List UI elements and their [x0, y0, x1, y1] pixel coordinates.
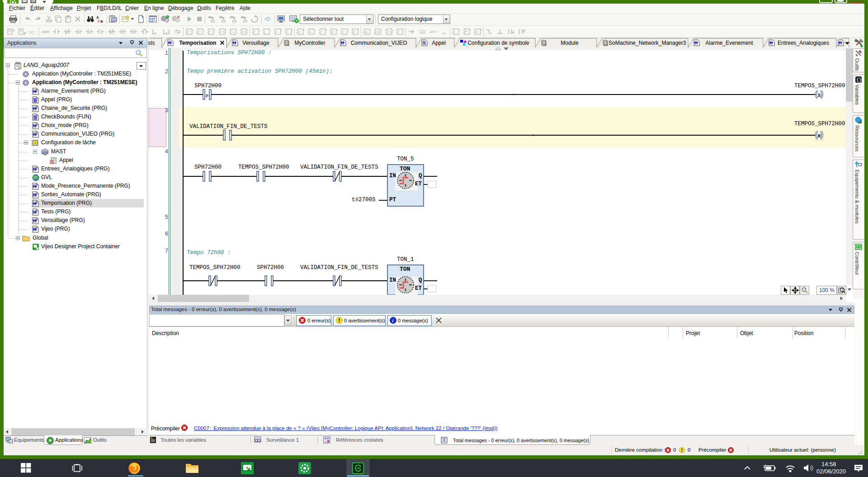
- svg-text:×: ×: [276, 30, 278, 34]
- svg-text:-: -: [265, 30, 266, 34]
- svg-text:R: R: [818, 133, 821, 139]
- svg-text:r: r: [89, 30, 90, 33]
- svg-text:i: i: [392, 318, 394, 323]
- svg-text:+: +: [254, 30, 256, 34]
- svg-text:(x): (x): [29, 30, 34, 34]
- svg-text:/: /: [287, 30, 288, 34]
- svg-text:N: N: [132, 30, 135, 33]
- svg-text:P: P: [206, 94, 208, 99]
- svg-text:<: <: [299, 30, 301, 34]
- svg-text:¬: ¬: [398, 30, 401, 34]
- svg-text:=: =: [321, 30, 323, 34]
- svg-text:◂RET: ◂RET: [429, 30, 438, 33]
- svg-text:{}: {}: [856, 78, 862, 83]
- svg-text:+1: +1: [221, 30, 225, 34]
- svg-text:±1: ±1: [242, 30, 246, 34]
- svg-text:&: &: [365, 30, 368, 34]
- svg-text:S: S: [818, 93, 821, 98]
- svg-text:≥1: ≥1: [376, 30, 380, 34]
- svg-text:-1: -1: [231, 30, 235, 34]
- svg-text:P: P: [122, 30, 124, 33]
- svg-text:⏱: ⏱: [188, 30, 190, 34]
- svg-text:=1: =1: [387, 30, 392, 34]
- svg-text:≠: ≠: [354, 30, 355, 34]
- svg-text:S: S: [476, 30, 478, 34]
- svg-text:⏲: ⏲: [209, 30, 212, 34]
- svg-text:P: P: [465, 30, 467, 34]
- svg-text:*: *: [444, 28, 446, 32]
- svg-text:/: /: [454, 30, 456, 34]
- svg-text:s: s: [78, 30, 80, 33]
- svg-text:≥: ≥: [332, 30, 334, 34]
- svg-text:>: >: [343, 30, 345, 34]
- svg-text:A: A: [96, 15, 99, 19]
- svg-text:≤: ≤: [310, 30, 311, 34]
- svg-text:⏲: ⏲: [198, 30, 201, 34]
- svg-text:LID: LID: [421, 31, 425, 33]
- svg-text:B: B: [100, 19, 103, 24]
- svg-text:-VAR: -VAR: [41, 30, 49, 34]
